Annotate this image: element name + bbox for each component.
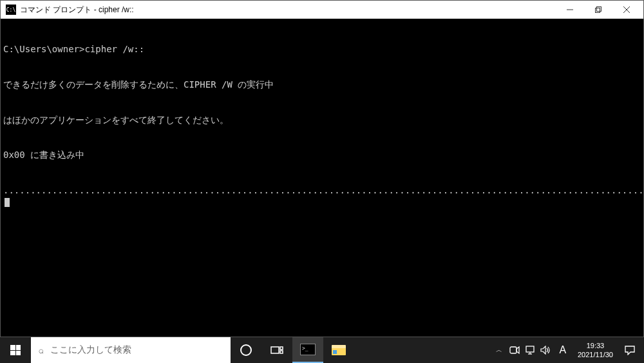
clock[interactable]: 19:33 2021/11/30: [573, 337, 618, 363]
cmd-icon: [300, 344, 316, 355]
task-view-button[interactable]: [261, 337, 292, 363]
explorer-icon: [332, 345, 346, 355]
start-button[interactable]: [0, 337, 31, 363]
terminal-progress: ........................................…: [3, 185, 643, 207]
system-tray: ︿ A 19:33 2021/11/30: [491, 337, 644, 363]
close-button[interactable]: [612, 1, 641, 19]
taskbar-app-cmd[interactable]: [292, 337, 323, 363]
chevron-up-icon: ︿: [496, 346, 502, 355]
minimize-button[interactable]: [556, 1, 584, 19]
clock-time: 19:33: [578, 341, 613, 350]
action-center-button[interactable]: [618, 337, 641, 363]
search-input[interactable]: ⌕ ここに入力して検索: [31, 337, 231, 363]
window-controls: [556, 1, 641, 19]
cortana-button[interactable]: [231, 337, 261, 363]
svg-rect-6: [280, 347, 283, 349]
terminal-line: はほかのアプリケーションをすべて終了してください。: [3, 114, 641, 126]
svg-rect-8: [510, 347, 516, 353]
taskbar: ⌕ ここに入力して検索 ︿: [0, 337, 644, 363]
terminal-line: できるだけ多くのデータを削除するために、CIPHER /W の実行中: [3, 79, 641, 90]
terminal-output[interactable]: C:\Users\owner>cipher /w:: できるだけ多くのデータを削…: [1, 19, 643, 337]
cortana-icon: [240, 344, 252, 356]
svg-rect-1: [596, 8, 600, 13]
search-placeholder: ここに入力して検索: [50, 344, 131, 356]
network-button[interactable]: [522, 337, 538, 363]
cursor: [5, 198, 10, 207]
notification-icon: [625, 345, 635, 355]
meet-now-icon: [509, 346, 520, 355]
svg-rect-9: [526, 346, 534, 352]
svg-rect-2: [597, 7, 601, 12]
search-icon: ⌕: [39, 345, 44, 355]
tray-overflow-button[interactable]: ︿: [491, 337, 507, 363]
task-icons: [231, 337, 354, 363]
window-title: コマンド プロンプト - cipher /w::: [20, 5, 556, 15]
task-view-icon: [270, 345, 283, 355]
clock-date: 2021/11/30: [578, 350, 613, 359]
titlebar[interactable]: C:\ コマンド プロンプト - cipher /w::: [1, 1, 643, 19]
maximize-button[interactable]: [584, 1, 612, 19]
taskbar-app-explorer[interactable]: [323, 337, 354, 363]
meet-now-button[interactable]: [507, 337, 522, 363]
terminal-line: C:\Users\owner>cipher /w::: [3, 43, 641, 55]
ime-indicator[interactable]: A: [553, 337, 573, 363]
volume-button[interactable]: [538, 337, 553, 363]
network-icon: [525, 346, 535, 355]
windows-logo-icon: [10, 345, 21, 355]
command-prompt-window: C:\ コマンド プロンプト - cipher /w:: C:\Users\ow…: [0, 0, 644, 337]
svg-rect-5: [271, 347, 279, 353]
app-icon: C:\: [6, 5, 16, 15]
volume-icon: [540, 346, 551, 355]
terminal-line: 0x00 に書き込み中: [3, 149, 641, 161]
svg-rect-7: [280, 351, 283, 353]
